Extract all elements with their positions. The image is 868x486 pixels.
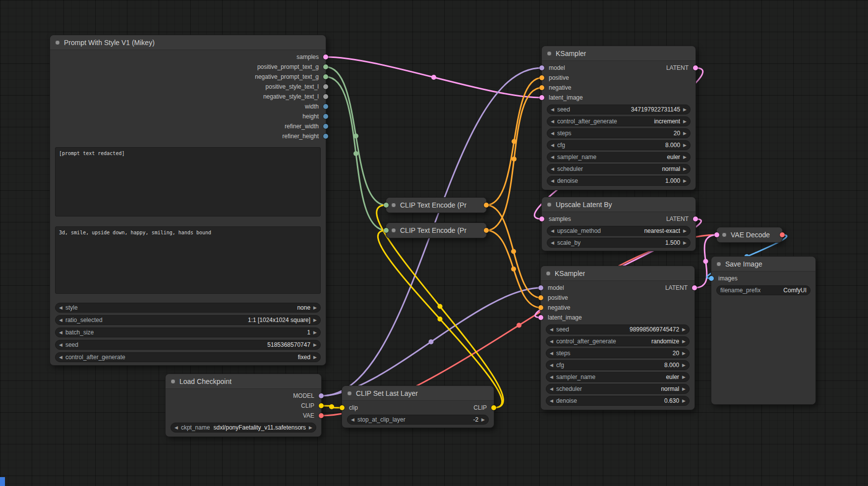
decrement-arrow-icon[interactable]: ◀ [550, 387, 553, 391]
latent-output-slot-dot[interactable] [693, 65, 698, 70]
node-header[interactable]: Save Image [711, 257, 815, 271]
node-load-checkpoint[interactable]: Load Checkpoint MODEL CLIP VAE ◀ ckpt_na… [165, 374, 322, 437]
clip-output-slot-dot[interactable] [491, 405, 496, 410]
positive-prompt-textarea[interactable]: [prompt text redacted] [55, 147, 321, 216]
increment-arrow-icon[interactable]: ▶ [309, 426, 312, 430]
collapse-toggle-icon[interactable] [391, 228, 396, 233]
node-upscale-latent-by[interactable]: Upscale Latent By samples LATENT ◀ upsca… [541, 197, 696, 251]
decrement-arrow-icon[interactable]: ◀ [551, 119, 554, 124]
widget-cfg[interactable]: ◀ cfg 8.000 ▶ [547, 140, 691, 150]
node-clip-text-encode-1[interactable]: CLIP Text Encode (Pr [386, 197, 487, 213]
increment-arrow-icon[interactable]: ▶ [481, 418, 485, 422]
decrement-arrow-icon[interactable]: ◀ [174, 426, 178, 430]
increment-arrow-icon[interactable]: ▶ [683, 131, 687, 136]
decrement-arrow-icon[interactable]: ◀ [551, 155, 554, 160]
decrement-arrow-icon[interactable]: ◀ [550, 339, 553, 344]
increment-arrow-icon[interactable]: ▶ [682, 399, 686, 403]
widget-sampler-name[interactable]: ◀ sampler_name euler ▶ [546, 372, 690, 382]
widget-batch-size[interactable]: ◀ batch_size 1 ▶ [55, 327, 321, 337]
decrement-arrow-icon[interactable]: ◀ [551, 229, 554, 233]
collapse-toggle-icon[interactable] [347, 391, 352, 396]
increment-arrow-icon[interactable]: ▶ [682, 375, 686, 379]
widget-cfg[interactable]: ◀ cfg 8.000 ▶ [546, 360, 690, 370]
widget-scale-by[interactable]: ◀ scale_by 1.500 ▶ [547, 238, 691, 248]
increment-arrow-icon[interactable]: ▶ [682, 363, 686, 368]
decrement-arrow-icon[interactable]: ◀ [351, 418, 354, 422]
latent-output-slot-dot[interactable] [693, 216, 698, 221]
latent-image-slot-dot[interactable] [539, 95, 544, 100]
images-slot-dot[interactable] [709, 276, 714, 281]
decrement-arrow-icon[interactable]: ◀ [550, 363, 553, 368]
negative-style-slot-dot[interactable] [323, 94, 328, 99]
increment-arrow-icon[interactable]: ▶ [683, 143, 687, 148]
node-vae-decode[interactable]: VAE Decode [716, 227, 783, 243]
samples-slot-dot[interactable] [323, 54, 328, 59]
node-graph-canvas[interactable]: Prompt With Style V1 (Mikey) samples pos… [0, 0, 868, 486]
decrement-arrow-icon[interactable]: ◀ [550, 399, 553, 403]
increment-arrow-icon[interactable]: ▶ [682, 387, 686, 391]
node-prompt-with-style[interactable]: Prompt With Style V1 (Mikey) samples pos… [50, 35, 326, 366]
refiner-height-slot-dot[interactable] [323, 134, 328, 139]
decrement-arrow-icon[interactable]: ◀ [551, 131, 554, 136]
decrement-arrow-icon[interactable]: ◀ [59, 318, 62, 323]
widget-seed[interactable]: ◀ seed 989985069745472 ▶ [546, 324, 690, 334]
model-slot-dot[interactable] [539, 65, 544, 70]
widget-upscale-method[interactable]: ◀ upscale_method nearest-exact ▶ [547, 226, 691, 236]
node-ksampler-2[interactable]: KSampler model LATENT positive negative … [540, 266, 695, 410]
increment-arrow-icon[interactable]: ▶ [313, 306, 317, 310]
increment-arrow-icon[interactable]: ▶ [683, 229, 687, 233]
increment-arrow-icon[interactable]: ▶ [313, 318, 317, 323]
collapse-toggle-icon[interactable] [546, 271, 551, 276]
node-header[interactable]: CLIP Set Last Layer [342, 386, 494, 401]
decrement-arrow-icon[interactable]: ◀ [551, 167, 554, 171]
increment-arrow-icon[interactable]: ▶ [683, 155, 687, 160]
widget-control-after-generate[interactable]: ◀ control_after_generate increment ▶ [547, 116, 691, 126]
increment-arrow-icon[interactable]: ▶ [683, 119, 687, 124]
samples-slot-dot[interactable] [539, 216, 544, 221]
node-header[interactable]: Load Checkpoint [166, 374, 321, 389]
collapsed-output-slot-dot[interactable] [780, 232, 785, 237]
collapsed-input-slot-dot[interactable] [384, 203, 389, 208]
positive-slot-dot[interactable] [539, 75, 544, 80]
widget-filename-prefix[interactable]: filename_prefix ComfyUI [716, 285, 810, 295]
node-header[interactable]: CLIP Text Encode (Pr [386, 223, 486, 238]
collapsed-input-slot-dot[interactable] [384, 228, 389, 233]
refiner-width-slot-dot[interactable] [323, 124, 328, 129]
positive-prompt-slot-dot[interactable] [323, 64, 328, 69]
widget-style[interactable]: ◀ style none ▶ [55, 303, 321, 313]
positive-style-slot-dot[interactable] [323, 84, 328, 89]
increment-arrow-icon[interactable]: ▶ [683, 179, 687, 183]
node-clip-set-last-layer[interactable]: CLIP Set Last Layer clip CLIP ◀ stop_at_… [342, 385, 494, 428]
decrement-arrow-icon[interactable]: ◀ [550, 351, 553, 356]
increment-arrow-icon[interactable]: ▶ [682, 327, 686, 332]
decrement-arrow-icon[interactable]: ◀ [59, 343, 62, 347]
increment-arrow-icon[interactable]: ▶ [683, 167, 687, 171]
decrement-arrow-icon[interactable]: ◀ [59, 306, 62, 310]
latent-output-slot-dot[interactable] [692, 285, 697, 290]
negative-prompt-textarea[interactable]: 3d, smile, upside down, happy, smiling, … [55, 226, 321, 294]
clip-output-slot-dot[interactable] [319, 403, 324, 408]
decrement-arrow-icon[interactable]: ◀ [59, 330, 62, 335]
collapse-toggle-icon[interactable] [171, 379, 175, 384]
increment-arrow-icon[interactable]: ▶ [683, 241, 687, 245]
negative-slot-dot[interactable] [539, 85, 544, 90]
height-slot-dot[interactable] [323, 114, 328, 119]
widget-scheduler[interactable]: ◀ scheduler normal ▶ [547, 164, 691, 174]
collapsed-output-slot-dot[interactable] [484, 203, 489, 208]
decrement-arrow-icon[interactable]: ◀ [551, 143, 554, 148]
collapsed-input-slot-dot[interactable] [714, 232, 719, 237]
model-output-slot-dot[interactable] [319, 393, 324, 398]
increment-arrow-icon[interactable]: ▶ [683, 108, 687, 112]
widget-steps[interactable]: ◀ steps 20 ▶ [547, 128, 691, 138]
node-header[interactable]: Prompt With Style V1 (Mikey) [50, 35, 326, 50]
widget-steps[interactable]: ◀ steps 20 ▶ [546, 348, 690, 358]
decrement-arrow-icon[interactable]: ◀ [550, 375, 553, 379]
node-header[interactable]: KSampler [542, 46, 695, 61]
node-ksampler-1[interactable]: KSampler model LATENT positive negative … [541, 46, 696, 190]
model-slot-dot[interactable] [538, 285, 543, 290]
increment-arrow-icon[interactable]: ▶ [313, 330, 317, 335]
widget-denoise[interactable]: ◀ denoise 1.000 ▶ [547, 176, 691, 186]
node-save-image[interactable]: Save Image images filename_prefix ComfyU… [711, 256, 816, 405]
widget-stop-at-clip-layer[interactable]: ◀ stop_at_clip_layer -2 ▶ [347, 415, 489, 425]
widget-control-after-generate[interactable]: ◀ control_after_generate randomize ▶ [546, 336, 690, 346]
